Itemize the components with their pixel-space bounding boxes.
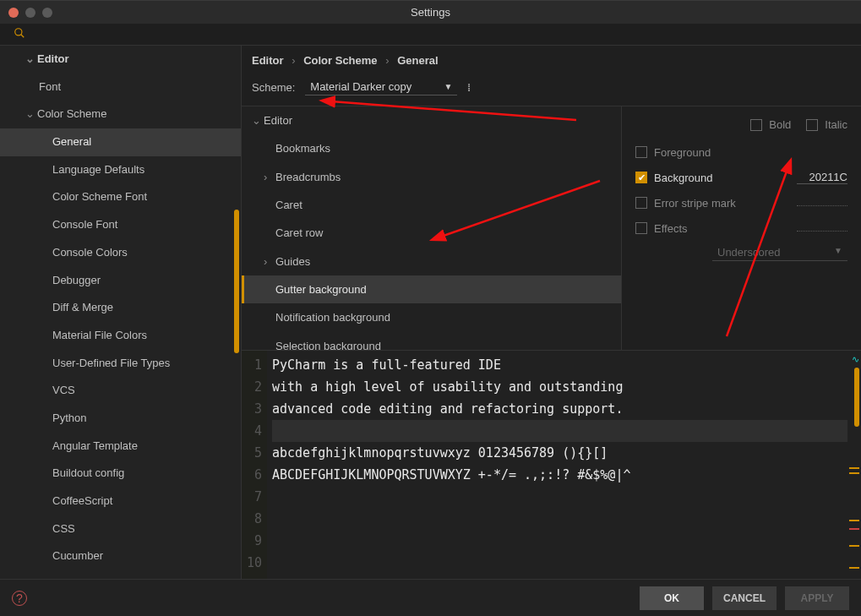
settings-sidebar: ⌄EditorFont⌄Color SchemeGeneralLanguage … <box>0 46 242 579</box>
sidebar-item[interactable]: ⌄Editor <box>0 46 241 74</box>
sidebar-item[interactable]: Diff & Merge <box>0 294 241 322</box>
effects-checkbox[interactable] <box>635 222 647 234</box>
svg-line-1 <box>21 35 25 38</box>
sidebar-item[interactable]: Python <box>0 405 241 433</box>
ok-button[interactable]: OK <box>640 586 704 610</box>
background-color-field[interactable]: 20211C <box>797 171 847 184</box>
sidebar-item[interactable]: Angular Template <box>0 433 241 461</box>
apply-button[interactable]: APPLY <box>785 586 849 610</box>
error-stripe-checkbox[interactable] <box>635 197 647 209</box>
preview-code: PyCharm is a full-featured IDEwith a hig… <box>267 351 847 579</box>
max-dot[interactable] <box>42 8 52 18</box>
cancel-button[interactable]: CANCEL <box>712 586 777 610</box>
window-title: Settings <box>411 6 450 19</box>
chevron-right-icon: › <box>264 251 272 272</box>
tree-item[interactable]: Bookmarks <box>242 134 621 162</box>
sidebar-item[interactable]: VCS <box>0 377 241 405</box>
sidebar-scrollbar[interactable] <box>234 210 239 353</box>
breadcrumb: Editor › Color Scheme › General <box>242 46 861 70</box>
chevron-down-icon: ▼ <box>834 246 842 259</box>
help-icon[interactable]: ? <box>12 591 27 606</box>
crumb-editor[interactable]: Editor <box>252 54 284 67</box>
italic-label: Italic <box>825 118 847 131</box>
background-checkbox[interactable]: ✔ <box>635 172 647 183</box>
error-stripe-color-field[interactable] <box>797 199 847 206</box>
chevron-down-icon: ⌄ <box>252 110 260 131</box>
background-label: Background <box>654 172 712 184</box>
sidebar-item[interactable]: Font <box>0 74 241 101</box>
pulse-icon: ∿ <box>852 354 859 365</box>
tree-item[interactable]: Caret <box>242 191 621 219</box>
sidebar-item[interactable]: Buildout config <box>0 460 241 488</box>
tree-item[interactable]: Notification background <box>242 303 621 331</box>
crumb-color-scheme[interactable]: Color Scheme <box>303 54 377 67</box>
scheme-select[interactable]: Material Darker copy ▼ <box>305 79 457 95</box>
sidebar-item[interactable]: Color Scheme Font <box>0 183 241 211</box>
sidebar-item[interactable]: Database <box>0 570 241 579</box>
sidebar-item[interactable]: Cucumber <box>0 542 241 570</box>
color-properties: Bold Italic Foreground ✔ Background 2021… <box>622 106 861 350</box>
error-stripe-label: Error stripe mark <box>654 197 736 210</box>
scheme-label: Scheme: <box>252 81 295 94</box>
tree-item[interactable]: Selection background <box>242 332 621 350</box>
tree-item[interactable]: ⌄Editor <box>242 106 621 134</box>
crumb-general[interactable]: General <box>397 54 438 67</box>
sidebar-item[interactable]: Debugger <box>0 267 241 295</box>
effects-label: Effects <box>654 222 688 235</box>
bold-label: Bold <box>769 118 791 131</box>
preview-gutter: 12345678910 <box>242 351 267 579</box>
chevron-down-icon: ▼ <box>444 82 452 91</box>
effects-color-field[interactable] <box>797 225 847 232</box>
tree-item[interactable]: Caret row <box>242 219 621 247</box>
preview-editor: 12345678910 PyCharm is a full-featured I… <box>242 351 861 579</box>
sidebar-item[interactable]: User-Defined File Types <box>0 350 241 378</box>
color-tree: ⌄EditorBookmarks›BreadcrumbsCaretCaret r… <box>242 106 622 350</box>
chevron-down-icon: ⌄ <box>25 104 34 125</box>
foreground-checkbox[interactable] <box>635 146 647 158</box>
italic-checkbox[interactable] <box>806 119 818 131</box>
tree-item[interactable]: Gutter background <box>242 275 621 303</box>
sidebar-item[interactable]: General <box>0 128 241 156</box>
window-controls <box>8 8 52 18</box>
min-dot[interactable] <box>25 8 35 18</box>
effect-type-select[interactable]: Underscored ▼ <box>712 244 847 261</box>
preview-right-gutter: ∿ <box>847 351 861 579</box>
sidebar-item[interactable]: CoffeeScript <box>0 488 241 515</box>
sidebar-item[interactable]: Material File Colors <box>0 322 241 350</box>
titlebar: Settings <box>0 0 861 24</box>
sidebar-item[interactable]: Console Colors <box>0 239 241 267</box>
bold-checkbox[interactable] <box>750 119 762 131</box>
chevron-right-icon: › <box>264 166 272 188</box>
gear-icon[interactable]: ⁞ <box>467 81 472 94</box>
svg-point-0 <box>15 29 22 35</box>
search-icon <box>14 27 25 41</box>
dialog-footer: ? OK CANCEL APPLY <box>0 579 861 616</box>
sidebar-item[interactable]: Language Defaults <box>0 156 241 184</box>
foreground-label: Foreground <box>654 146 711 159</box>
main-panel: Editor › Color Scheme › General Scheme: … <box>242 46 861 579</box>
sidebar-item[interactable]: ⌄Color Scheme <box>0 101 241 128</box>
sidebar-item[interactable]: Console Font <box>0 211 241 239</box>
scheme-row: Scheme: Material Darker copy ▼ ⁞ <box>242 70 861 106</box>
settings-search-bar[interactable] <box>0 24 861 46</box>
sidebar-item[interactable]: CSS <box>0 515 241 543</box>
chevron-down-icon: ⌄ <box>25 49 34 70</box>
tree-item[interactable]: ›Guides <box>242 248 621 275</box>
tree-item[interactable]: ›Breadcrumbs <box>242 163 621 191</box>
preview-scrollbar[interactable] <box>854 368 859 427</box>
close-dot[interactable] <box>8 8 19 18</box>
